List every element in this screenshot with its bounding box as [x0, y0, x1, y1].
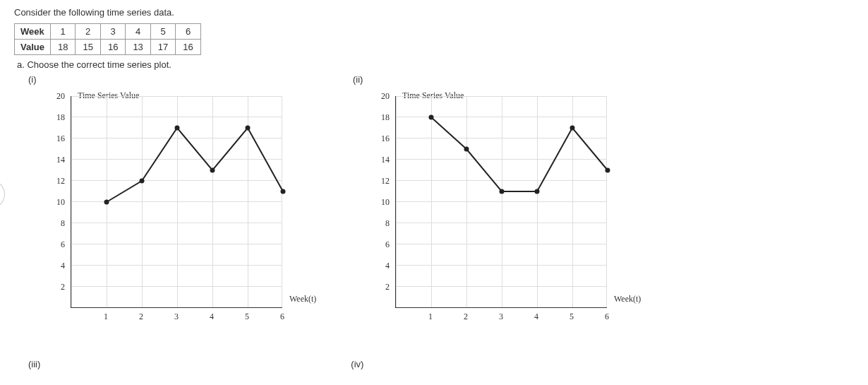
- plot-label-ii: (ii): [353, 74, 649, 85]
- y-tick-label: 2: [61, 282, 65, 292]
- y-axis-ticks: 2468101214161820: [353, 96, 392, 308]
- x-axis-ticks: 123456: [395, 312, 607, 326]
- plot-option-ii[interactable]: (ii) Time Series Value 2468101214161820 …: [353, 73, 649, 343]
- x-tick-label: 4: [534, 312, 538, 322]
- y-axis-ticks: 2468101214161820: [28, 96, 67, 308]
- week-cell: 2: [76, 24, 100, 40]
- row-value-header: Value: [15, 40, 51, 55]
- y-tick-label: 18: [381, 112, 390, 123]
- y-tick-label: 12: [56, 176, 65, 186]
- chart-line-i: [71, 96, 282, 307]
- y-tick-label: 14: [56, 155, 65, 165]
- x-tick-label: 5: [569, 312, 574, 322]
- x-tick-label: 1: [104, 312, 108, 322]
- svg-point-1: [140, 179, 145, 184]
- value-cell: 18: [50, 40, 75, 55]
- value-cell: 15: [76, 40, 100, 55]
- svg-point-2: [175, 126, 180, 131]
- y-tick-label: 2: [385, 282, 390, 292]
- svg-point-4: [246, 126, 251, 131]
- y-tick-label: 10: [381, 197, 390, 208]
- chart-line-ii: [396, 96, 607, 307]
- y-tick-label: 6: [385, 239, 390, 250]
- y-tick-label: 12: [381, 176, 390, 186]
- svg-point-6: [429, 115, 434, 120]
- x-tick-label: 4: [210, 312, 214, 322]
- week-cell: 4: [126, 24, 150, 40]
- y-tick-label: 8: [61, 218, 65, 229]
- svg-point-9: [535, 189, 540, 194]
- y-tick-label: 18: [56, 112, 65, 123]
- value-cell: 16: [100, 40, 125, 55]
- svg-point-7: [464, 147, 469, 152]
- x-axis-ticks: 123456: [71, 312, 282, 326]
- x-tick-label: 3: [174, 312, 179, 322]
- x-tick-label: 5: [245, 312, 249, 322]
- value-cell: 13: [126, 40, 150, 55]
- y-tick-label: 4: [61, 261, 65, 271]
- x-tick-label: 1: [428, 312, 433, 322]
- data-table: Week 1 2 3 4 5 6 Value 18 15 16 13 17 16: [14, 23, 201, 55]
- svg-point-11: [605, 168, 610, 173]
- sub-question: a. Choose the correct time series plot.: [17, 59, 854, 70]
- svg-point-5: [281, 189, 286, 194]
- x-axis-label: Week(t): [289, 294, 316, 304]
- value-cell: 16: [176, 40, 200, 55]
- y-tick-label: 14: [381, 155, 390, 165]
- week-cell: 5: [150, 24, 175, 40]
- y-tick-label: 10: [56, 197, 65, 208]
- x-tick-label: 2: [139, 312, 143, 322]
- prev-arrow-button[interactable]: ❮: [0, 180, 5, 208]
- y-tick-label: 20: [381, 91, 390, 102]
- plot-label-iv: (iv): [351, 359, 363, 369]
- x-tick-label: 3: [499, 312, 503, 322]
- chart-i: Time Series Value 2468101214161820 12345…: [28, 89, 325, 343]
- y-tick-label: 6: [61, 239, 65, 250]
- x-tick-label: 2: [464, 312, 468, 322]
- plot-label-iii: (iii): [28, 359, 40, 369]
- week-cell: 6: [176, 24, 200, 40]
- svg-point-0: [104, 200, 109, 205]
- week-cell: 1: [50, 24, 75, 40]
- x-tick-label: 6: [605, 312, 609, 322]
- y-tick-label: 16: [381, 134, 390, 144]
- plot-option-i[interactable]: (i) Time Series Value 2468101214161820 1…: [28, 73, 325, 343]
- svg-point-10: [570, 126, 575, 131]
- value-cell: 17: [150, 40, 175, 55]
- x-tick-label: 6: [280, 312, 284, 322]
- intro-text: Consider the following time series data.: [14, 7, 854, 18]
- chart-ii: Time Series Value 2468101214161820 12345…: [353, 89, 649, 343]
- y-tick-label: 20: [56, 91, 65, 102]
- week-cell: 3: [100, 24, 125, 40]
- y-tick-label: 16: [56, 134, 65, 144]
- y-tick-label: 8: [385, 218, 390, 229]
- svg-point-3: [210, 168, 215, 173]
- svg-point-8: [500, 189, 505, 194]
- y-tick-label: 4: [385, 261, 390, 271]
- row-week-header: Week: [15, 24, 51, 40]
- x-axis-label: Week(t): [614, 294, 641, 304]
- plot-label-i: (i): [28, 74, 325, 85]
